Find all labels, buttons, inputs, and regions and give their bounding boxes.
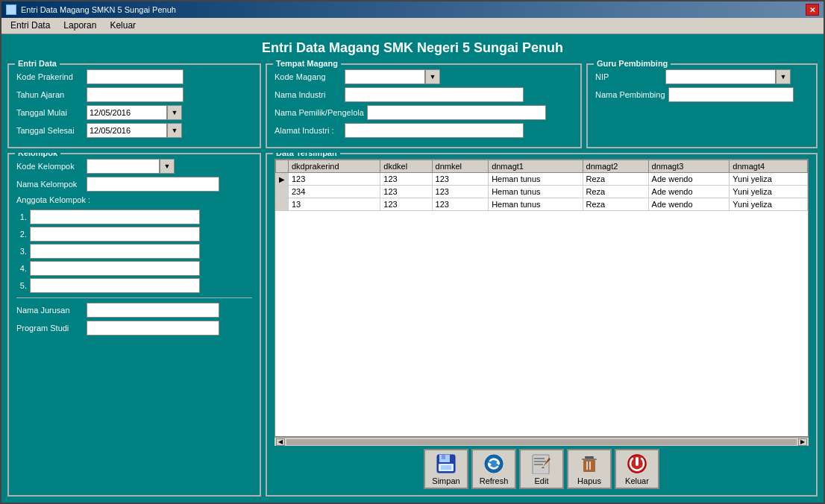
edit-button[interactable]: Edit — [519, 449, 564, 489]
main-content: Entri Data Magang SMK Negeri 5 Sungai Pe… — [1, 34, 824, 503]
window-title: Entri Data Magang SMKN 5 Sungai Penuh — [21, 5, 176, 14]
svg-rect-2 — [442, 455, 445, 459]
horizontal-scrollbar[interactable]: ◀ ▶ — [275, 437, 809, 446]
table-cell-dnmagt3: Ade wendo — [648, 186, 730, 198]
anggota-row-4: 4. — [16, 261, 252, 276]
tanggal-mulai-dropdown[interactable]: ▼ — [167, 105, 182, 120]
kode-prakerind-input[interactable] — [87, 69, 183, 84]
tanggal-selesai-input[interactable] — [87, 123, 167, 138]
table-row[interactable]: 13123123Heman tunusRezaAde wendoYuni yel… — [276, 198, 808, 211]
table-cell-dnmagt4: Yuni yeliza — [730, 198, 808, 211]
entri-data-section: Entri Data Kode Prakerind Tahun Ajaran T… — [7, 63, 261, 148]
kode-magang-input[interactable] — [345, 69, 425, 84]
close-button[interactable]: ✕ — [806, 4, 819, 16]
anggota-row-3: 3. — [16, 244, 252, 259]
svg-rect-19 — [636, 457, 639, 466]
anggota-label: Anggota Kelompok : — [16, 195, 252, 205]
app-icon — [6, 4, 16, 15]
tanggal-selesai-dropdown[interactable]: ▼ — [167, 123, 182, 138]
kode-magang-dropdown[interactable]: ▼ — [425, 69, 440, 84]
tahun-ajaran-row: Tahun Ajaran — [16, 87, 252, 102]
table-cell-dnmagt3: Ade wendo — [648, 173, 730, 186]
table-row[interactable]: ▶123123123Heman tunusRezaAde wendoYuni y… — [276, 173, 808, 186]
keluar-button[interactable]: Keluar — [615, 449, 659, 489]
kode-prakerind-label: Kode Prakerind — [16, 72, 84, 81]
col-dnmagt4: dnmagt4 — [730, 160, 808, 173]
col-indicator — [276, 160, 289, 173]
action-bar: Simpan R — [275, 446, 809, 489]
data-tersimpan-legend: Data Tersimpan — [273, 153, 340, 157]
refresh-icon — [483, 453, 505, 475]
scroll-track[interactable] — [286, 439, 797, 445]
table-cell-dkdprakerind: 123 — [289, 173, 380, 186]
scroll-right-btn[interactable]: ▶ — [798, 438, 807, 446]
table-cell-dnmagt1: Heman tunus — [489, 198, 583, 211]
anggota-1-input[interactable] — [30, 210, 200, 224]
anggota-2-input[interactable] — [30, 227, 200, 242]
nama-kelompok-row: Nama Kelompok — [16, 177, 252, 192]
table-cell-dkdkel: 123 — [380, 173, 432, 186]
main-window: Entri Data Magang SMKN 5 Sungai Penuh ✕ … — [0, 0, 825, 504]
menu-keluar[interactable]: Keluar — [104, 19, 142, 32]
program-studi-label: Program Studi — [16, 324, 84, 333]
nama-industri-label: Nama Industri — [275, 90, 342, 99]
nama-jurusan-input[interactable] — [87, 303, 219, 318]
kode-kelompok-dropdown[interactable]: ▼ — [160, 159, 175, 174]
col-dkdprakerind: dkdprakerind — [289, 160, 380, 173]
page-title: Entri Data Magang SMK Negeri 5 Sungai Pe… — [7, 40, 818, 56]
edit-label: Edit — [535, 476, 549, 485]
edit-icon — [530, 453, 553, 475]
anggota-list: 1. 2. 3. 4. — [16, 210, 252, 293]
nama-industri-input[interactable] — [345, 87, 524, 102]
data-tersimpan-section: Data Tersimpan dkdprakerind dkdkel dnmke… — [266, 153, 818, 497]
alamat-industri-label: Alamat Industri : — [275, 126, 342, 135]
tanggal-mulai-input[interactable] — [87, 105, 167, 120]
table-cell-dkdkel: 123 — [380, 198, 432, 211]
nama-jurusan-label: Nama Jurusan — [16, 306, 84, 315]
table-cell-dnmagt2: Reza — [583, 173, 648, 186]
scroll-left-btn[interactable]: ◀ — [276, 438, 285, 446]
table-body: ▶123123123Heman tunusRezaAde wendoYuni y… — [276, 173, 808, 211]
nama-pembimbing-row: Nama Pembimbing — [595, 87, 809, 102]
kode-prakerind-row: Kode Prakerind — [16, 69, 252, 84]
save-icon — [435, 453, 457, 475]
nama-pembimbing-input[interactable] — [668, 87, 794, 102]
hapus-icon — [578, 453, 600, 475]
table-cell-dnmagt3: Ade wendo — [648, 198, 730, 211]
kode-magang-row: Kode Magang ▼ — [275, 69, 573, 84]
table-row[interactable]: 234123123Heman tunusRezaAde wendoYuni ye… — [276, 186, 808, 198]
nip-dropdown[interactable]: ▼ — [776, 69, 791, 84]
nama-kelompok-input[interactable] — [87, 177, 219, 192]
svg-rect-4 — [441, 465, 451, 470]
anggota-row-5: 5. — [16, 278, 252, 293]
anggota-4-input[interactable] — [30, 261, 200, 276]
alamat-industri-input[interactable] — [345, 123, 524, 138]
col-dnmagt1: dnmagt1 — [489, 160, 583, 173]
program-studi-input[interactable] — [87, 321, 219, 336]
table-cell-indicator: ▶ — [276, 173, 289, 186]
simpan-button[interactable]: Simpan — [424, 449, 468, 489]
anggota-row-1: 1. — [16, 210, 252, 224]
tempat-magang-legend: Tempat Magang — [273, 59, 341, 68]
kode-kelompok-input[interactable] — [87, 159, 160, 174]
menu-laporan[interactable]: Laporan — [57, 19, 102, 32]
kode-kelompok-label: Kode Kelompok — [16, 162, 84, 171]
tahun-ajaran-input[interactable] — [87, 87, 183, 102]
tanggal-selesai-label: Tanggal Selesai — [16, 126, 84, 135]
hapus-label: Hapus — [577, 476, 601, 485]
data-table-container[interactable]: dkdprakerind dkdkel dnmkel dnmagt1 dnmag… — [275, 159, 809, 437]
nama-pemilik-input[interactable] — [367, 105, 546, 120]
nip-label: NIP — [595, 72, 662, 81]
table-cell-dnmkel: 123 — [432, 198, 489, 211]
anggota-3-input[interactable] — [30, 244, 200, 259]
hapus-button[interactable]: Hapus — [567, 449, 612, 489]
nip-row: NIP ▼ — [595, 69, 809, 84]
tanggal-mulai-row: Tanggal Mulai ▼ — [16, 105, 252, 120]
table-cell-dnmagt4: Yuni yeliza — [730, 186, 808, 198]
nip-input[interactable] — [665, 69, 776, 84]
table-cell-dnmagt4: Yuni yeliza — [730, 173, 808, 186]
anggota-5-input[interactable] — [30, 278, 200, 293]
menu-entri-data[interactable]: Entri Data — [4, 19, 56, 32]
table-cell-dkdprakerind: 13 — [289, 198, 380, 211]
refresh-button[interactable]: Refresh — [471, 449, 516, 489]
